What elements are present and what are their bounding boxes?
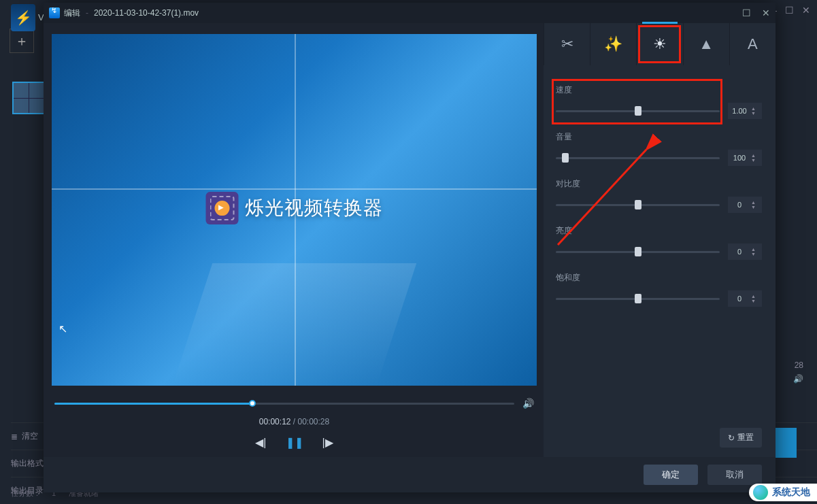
seek-thumb[interactable] [249, 400, 256, 407]
seek-slider[interactable] [54, 403, 514, 405]
volume-group: 音量 ▲▼ [556, 131, 762, 166]
app-logo-icon [11, 4, 35, 31]
modal-filename: 2020-11-03-10-42-37(1).mov [94, 8, 199, 18]
contrast-group: 对比度 ▲▼ [556, 178, 762, 213]
tab-adjust[interactable]: ☀ [636, 23, 682, 65]
watermark-text: 烁光视频转换器 [245, 195, 383, 221]
next-frame-button[interactable]: |▶ [322, 436, 333, 449]
speed-thumb[interactable] [635, 106, 641, 116]
tab-cut[interactable]: ✂ [544, 23, 590, 65]
volume-up-icon[interactable]: ▲ [751, 153, 756, 158]
modal-close-icon[interactable]: ✕ [762, 7, 770, 18]
saturation-value[interactable] [728, 295, 751, 303]
saturation-group: 饱和度 ▲▼ [556, 272, 762, 307]
speed-group: 速度 ▲▼ [556, 84, 762, 119]
magic-wand-icon: ✨ [604, 35, 622, 53]
cursor-icon: ↖ [59, 322, 67, 335]
modal-app-icon [49, 7, 60, 18]
volume-down-icon[interactable]: ▼ [751, 158, 756, 163]
time-separator: / [293, 417, 298, 426]
saturation-slider[interactable] [556, 298, 720, 300]
speed-slider[interactable] [556, 110, 720, 112]
volume-thumb[interactable] [562, 153, 569, 163]
brightness-thumb[interactable] [635, 247, 641, 256]
playback-controls: ◀| ❚❚ |▶ [52, 436, 537, 449]
tasks-label: 任务数： [11, 489, 41, 497]
speed-value[interactable] [728, 107, 751, 115]
contrast-slider[interactable] [556, 204, 720, 206]
speed-up-icon[interactable]: ▲ [751, 106, 756, 111]
ok-label: 确定 [662, 469, 680, 481]
saturation-spinner[interactable]: ▲▼ [728, 290, 762, 307]
text-icon: A [748, 35, 758, 53]
contrast-down-icon[interactable]: ▼ [751, 205, 756, 209]
watermark-overlay: 烁光视频转换器 [205, 192, 383, 224]
saturation-up-icon[interactable]: ▲ [751, 294, 756, 299]
prev-frame-button[interactable]: ◀| [255, 436, 266, 449]
brightness-value[interactable] [728, 248, 751, 256]
title-separator: - [86, 8, 88, 18]
cancel-label: 取消 [726, 469, 744, 481]
brightness-slider[interactable] [556, 251, 720, 253]
speed-spinner[interactable]: ▲▼ [728, 103, 762, 119]
brightness-down-icon[interactable]: ▼ [751, 252, 756, 256]
bg-maximize-icon[interactable]: ☐ [785, 5, 794, 16]
modal-title: 编辑 [64, 7, 80, 19]
speed-label: 速度 [556, 84, 762, 96]
saturation-label: 饱和度 [556, 272, 762, 284]
edit-panel: ✂ ✨ ☀ ▲ A 速度 ▲▼ [544, 23, 776, 457]
brightness-up-icon[interactable]: ▲ [751, 247, 756, 252]
ok-button[interactable]: 确定 [644, 465, 698, 485]
reset-button[interactable]: ↻ 重置 [720, 428, 762, 448]
clear-label: 清空 [22, 431, 38, 442]
time-display: 00:00:12 / 00:00:28 [52, 417, 537, 426]
speed-down-icon[interactable]: ▼ [751, 111, 756, 116]
cancel-button[interactable]: 取消 [707, 465, 762, 485]
reflection-decor [172, 263, 416, 386]
brightness-group: 亮度 ▲▼ [556, 225, 762, 260]
site-badge: 系统天地 [749, 484, 817, 501]
saturation-down-icon[interactable]: ▼ [751, 299, 756, 303]
preview-pane: ↖ 烁光视频转换器 🔊 00:00:12 / 00:00:28 [44, 23, 544, 457]
progress-row: 🔊 [52, 398, 537, 409]
reset-row: ↻ 重置 [544, 428, 776, 457]
modal-maximize-icon[interactable]: ☐ [742, 7, 751, 18]
bg-close-icon[interactable]: ✕ [802, 5, 810, 16]
current-time: 00:00:12 [259, 417, 291, 426]
volume-icon[interactable]: 🔊 [522, 398, 534, 409]
brightness-label: 亮度 [556, 225, 762, 237]
contrast-spinner[interactable]: ▲▼ [728, 197, 762, 213]
contrast-up-icon[interactable]: ▲ [751, 200, 756, 205]
contrast-thumb[interactable] [635, 200, 641, 209]
watermark-logo-icon [205, 192, 238, 224]
modal-window-controls: ☐ ✕ [742, 7, 770, 18]
total-time: 00:00:28 [298, 417, 330, 426]
adjust-sliders: 速度 ▲▼ 音量 ▲▼ [544, 65, 776, 326]
modal-body: ↖ 烁光视频转换器 🔊 00:00:12 / 00:00:28 [44, 23, 776, 457]
scissors-icon: ✂ [561, 35, 573, 53]
brightness-icon: ☀ [653, 35, 667, 53]
bg-duration: 28 [793, 360, 803, 370]
add-file-button[interactable]: ＋ [10, 29, 34, 53]
tool-tabs: ✂ ✨ ☀ ▲ A [544, 23, 776, 65]
tab-text[interactable]: A [729, 23, 776, 65]
modal-titlebar: 编辑 - 2020-11-03-10-42-37(1).mov ☐ ✕ [44, 3, 776, 23]
contrast-value[interactable] [728, 201, 751, 209]
saturation-thumb[interactable] [635, 294, 641, 303]
bg-right-info: 28 🔊 [793, 360, 803, 384]
tab-watermark[interactable]: ▲ [683, 23, 729, 65]
volume-label: 音量 [556, 131, 762, 143]
bg-volume-icon[interactable]: 🔊 [793, 374, 803, 384]
stamp-icon: ▲ [699, 35, 714, 53]
video-thumbnail[interactable] [12, 82, 45, 114]
output-format-label: 输出格式 [11, 458, 44, 469]
brightness-spinner[interactable]: ▲▼ [728, 243, 762, 260]
reset-label: 重置 [737, 432, 754, 443]
seek-fill [54, 403, 252, 405]
tab-effects[interactable]: ✨ [590, 23, 636, 65]
video-preview[interactable]: ↖ 烁光视频转换器 [52, 34, 537, 386]
volume-spinner[interactable]: ▲▼ [728, 150, 762, 166]
pause-button[interactable]: ❚❚ [286, 436, 303, 449]
volume-value[interactable] [728, 154, 751, 162]
volume-slider[interactable] [556, 157, 720, 159]
